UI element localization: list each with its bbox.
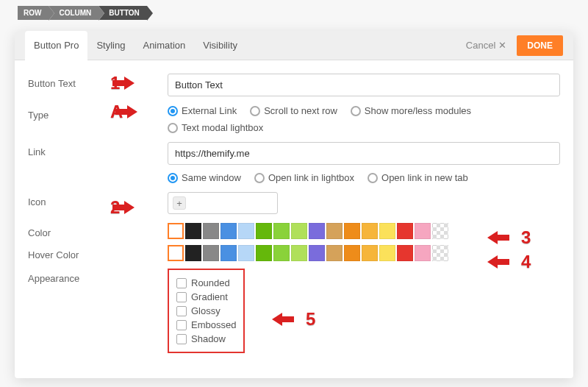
- color-swatch[interactable]: [168, 245, 184, 261]
- color-swatch[interactable]: [291, 223, 307, 239]
- radio-icon: [250, 106, 260, 116]
- color-swatch[interactable]: [362, 223, 378, 239]
- radio-label: Open link in lightbox: [268, 172, 354, 183]
- hover-color-swatches: [168, 245, 560, 261]
- crumb-button[interactable]: BUTTON: [98, 6, 146, 20]
- color-swatch[interactable]: [238, 245, 254, 261]
- color-swatch[interactable]: [326, 245, 343, 261]
- color-swatch[interactable]: [432, 223, 448, 239]
- color-swatch[interactable]: [168, 223, 184, 239]
- color-swatch[interactable]: [185, 245, 201, 261]
- appearance-group: Rounded Gradient Glossy Embossed Shadow: [168, 269, 245, 353]
- radio-icon: [168, 106, 178, 116]
- label-hover-color: Hover Color: [28, 245, 168, 260]
- panel-body: Button Text Type External Link Scroll to…: [15, 60, 573, 365]
- label-button-text: Button Text: [28, 74, 168, 89]
- checkbox-icon: [176, 306, 187, 316]
- check-label: Rounded: [191, 277, 230, 288]
- radio-show-more[interactable]: Show more/less modules: [351, 105, 471, 116]
- color-swatch[interactable]: [238, 223, 254, 239]
- check-gradient[interactable]: Gradient: [176, 290, 236, 304]
- tab-visibility[interactable]: Visibility: [194, 31, 246, 60]
- checkbox-icon: [176, 292, 187, 302]
- radio-icon: [351, 106, 361, 116]
- icon-picker[interactable]: +: [168, 192, 278, 214]
- color-swatch[interactable]: [326, 223, 343, 239]
- color-swatch[interactable]: [344, 223, 360, 239]
- link-input[interactable]: [168, 142, 560, 165]
- color-swatch[interactable]: [256, 223, 272, 239]
- color-swatch[interactable]: [203, 245, 219, 261]
- check-label: Embossed: [191, 319, 236, 330]
- label-link: Link: [28, 142, 168, 157]
- breadcrumb: ROW COLUMN BUTTON: [18, 6, 147, 20]
- color-swatch[interactable]: [291, 245, 307, 261]
- checkbox-icon: [176, 334, 187, 344]
- radio-scroll-next[interactable]: Scroll to next row: [250, 105, 337, 116]
- done-button[interactable]: DONE: [517, 35, 563, 56]
- label-color: Color: [28, 223, 168, 238]
- checkbox-icon: [176, 320, 187, 330]
- close-icon: ✕: [498, 40, 506, 51]
- radio-icon: [368, 173, 378, 183]
- radio-label: External Link: [182, 105, 237, 116]
- radio-text-modal[interactable]: Text modal lightbox: [168, 122, 263, 133]
- radio-new-tab[interactable]: Open link in new tab: [368, 172, 468, 183]
- color-swatch[interactable]: [220, 223, 237, 239]
- check-rounded[interactable]: Rounded: [176, 276, 236, 290]
- button-text-input[interactable]: [168, 74, 560, 96]
- crumb-row[interactable]: ROW: [18, 6, 49, 20]
- radio-icon: [168, 123, 178, 133]
- tab-button-pro[interactable]: Button Pro: [25, 31, 87, 60]
- check-glossy[interactable]: Glossy: [176, 304, 236, 318]
- radio-label: Same window: [182, 172, 241, 183]
- crumb-column[interactable]: COLUMN: [49, 6, 98, 20]
- label-icon: Icon: [28, 192, 168, 207]
- plus-icon: +: [173, 196, 186, 210]
- color-swatch[interactable]: [309, 223, 325, 239]
- color-swatch[interactable]: [415, 245, 431, 261]
- check-label: Shadow: [191, 333, 226, 344]
- module-dialog: Button Pro Styling Animation Visibility …: [15, 31, 573, 378]
- radio-label: Open link in new tab: [381, 172, 468, 183]
- radio-same-window[interactable]: Same window: [168, 172, 241, 183]
- color-swatch[interactable]: [273, 223, 290, 239]
- radio-lightbox[interactable]: Open link in lightbox: [254, 172, 354, 183]
- color-swatch[interactable]: [344, 245, 360, 261]
- label-appearance: Appearance: [28, 269, 168, 284]
- color-swatch[interactable]: [362, 245, 378, 261]
- cancel-button[interactable]: Cancel ✕: [466, 40, 506, 51]
- color-swatch[interactable]: [309, 245, 325, 261]
- radio-icon: [254, 173, 265, 183]
- checkbox-icon: [176, 278, 187, 288]
- tabs: Button Pro Styling Animation Visibility …: [15, 31, 573, 60]
- color-swatch[interactable]: [379, 223, 395, 239]
- color-swatches: [168, 223, 560, 239]
- label-type: Type: [28, 105, 168, 121]
- color-swatch[interactable]: [220, 245, 237, 261]
- color-swatch[interactable]: [185, 223, 201, 239]
- check-label: Glossy: [191, 305, 220, 316]
- check-shadow[interactable]: Shadow: [176, 332, 236, 346]
- check-embossed[interactable]: Embossed: [176, 318, 236, 332]
- color-swatch[interactable]: [256, 245, 272, 261]
- color-swatch[interactable]: [432, 245, 448, 261]
- radio-label: Text modal lightbox: [182, 122, 263, 133]
- radio-label: Show more/less modules: [365, 105, 471, 116]
- tab-animation[interactable]: Animation: [134, 31, 194, 60]
- cancel-label: Cancel: [466, 40, 495, 51]
- color-swatch[interactable]: [397, 223, 413, 239]
- radio-icon: [168, 173, 178, 183]
- color-swatch[interactable]: [415, 223, 431, 239]
- check-label: Gradient: [191, 291, 228, 302]
- color-swatch[interactable]: [203, 223, 219, 239]
- tab-styling[interactable]: Styling: [87, 31, 134, 60]
- color-swatch[interactable]: [273, 245, 290, 261]
- radio-label: Scroll to next row: [264, 105, 337, 116]
- radio-external-link[interactable]: External Link: [168, 105, 237, 116]
- color-swatch[interactable]: [379, 245, 395, 261]
- color-swatch[interactable]: [397, 245, 413, 261]
